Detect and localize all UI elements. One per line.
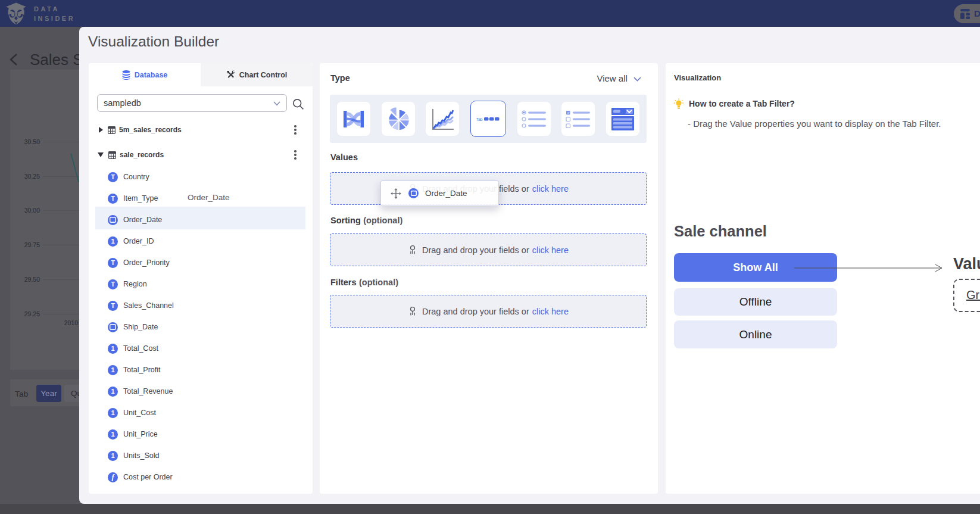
svg-text:Tab: Tab (476, 117, 483, 121)
